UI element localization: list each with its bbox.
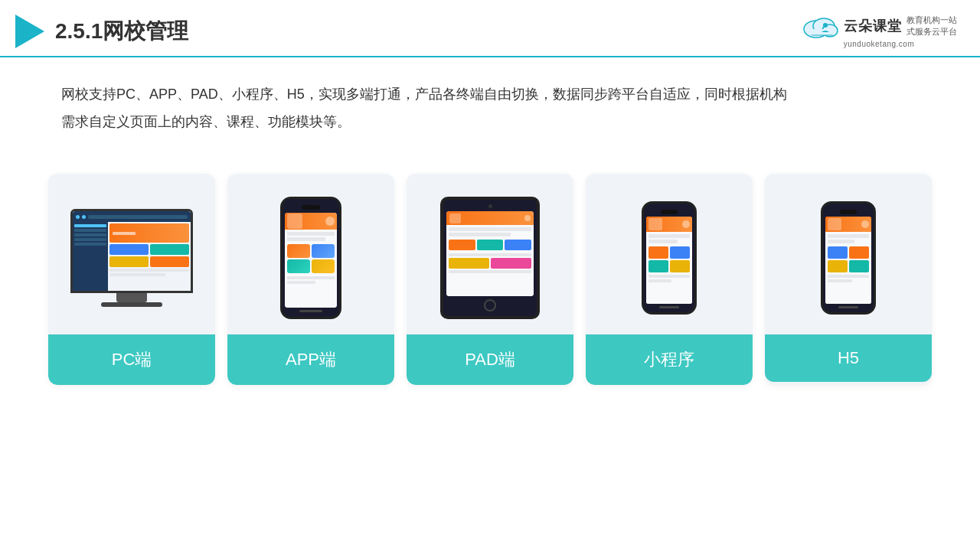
tablet-screen xyxy=(446,211,534,296)
logo-cloud: 云朵课堂 教育机构一站 式服务云平台 xyxy=(801,14,957,38)
header-left: 2.5.1网校管理 xyxy=(15,15,188,48)
device-pc xyxy=(70,209,193,307)
logo-sub: 教育机构一站 式服务云平台 xyxy=(906,15,957,38)
card-pad-image xyxy=(407,174,573,334)
mini-phone-notch-h5 xyxy=(840,210,857,214)
header: 2.5.1网校管理 云朵课堂 教育机构一站 式服务云平台 yunduoketan… xyxy=(0,0,980,57)
mini-phone-screen-h5 xyxy=(825,217,871,304)
card-app: APP端 xyxy=(227,174,394,385)
card-miniprogram: 小程序 xyxy=(586,174,753,385)
card-pc-image xyxy=(48,174,215,334)
card-miniprogram-label: 小程序 xyxy=(586,334,753,385)
card-app-image xyxy=(227,174,394,334)
card-h5-label: H5 xyxy=(765,334,932,382)
mini-phone-screen xyxy=(646,217,692,304)
phone-screen xyxy=(285,213,337,308)
tablet-camera xyxy=(488,204,492,208)
device-app-phone xyxy=(280,197,341,319)
pc-monitor xyxy=(70,209,193,293)
card-miniprogram-image xyxy=(586,174,753,334)
card-pad: PAD端 xyxy=(407,174,573,385)
cards-container: PC端 xyxy=(0,151,980,400)
pc-base xyxy=(101,302,162,307)
cloud-icon xyxy=(801,14,839,38)
card-pc-label: PC端 xyxy=(48,334,215,385)
play-icon xyxy=(15,15,44,48)
logo-text-cn: 云朵课堂 xyxy=(844,17,902,35)
device-h5-phone xyxy=(821,201,876,315)
logo-area: 云朵课堂 教育机构一站 式服务云平台 yunduoketang.com xyxy=(801,14,957,48)
logo-text-en: yunduoketang.com xyxy=(844,40,915,48)
tablet-home xyxy=(484,299,496,311)
svg-point-5 xyxy=(823,23,828,28)
device-mini-phone xyxy=(642,201,697,315)
page-title: 2.5.1网校管理 xyxy=(55,17,188,46)
card-pad-label: PAD端 xyxy=(407,334,573,385)
card-app-label: APP端 xyxy=(227,334,394,385)
mini-phone-bar-h5 xyxy=(838,306,858,308)
pc-stand xyxy=(116,293,147,302)
card-pc: PC端 xyxy=(48,174,215,385)
mini-phone-notch xyxy=(661,210,678,214)
card-h5-image xyxy=(765,174,932,334)
description-line2: 需求自定义页面上的内容、课程、功能模块等。 xyxy=(61,108,919,135)
phone-home-bar xyxy=(299,310,322,312)
phone-notch xyxy=(302,205,320,210)
card-h5: H5 xyxy=(765,174,932,385)
mini-phone-bar xyxy=(659,306,679,308)
description: 网校支持PC、APP、PAD、小程序、H5，实现多端打通，产品各终端自由切换，数… xyxy=(0,57,980,143)
device-tablet xyxy=(440,197,540,319)
description-line1: 网校支持PC、APP、PAD、小程序、H5，实现多端打通，产品各终端自由切换，数… xyxy=(61,80,919,108)
